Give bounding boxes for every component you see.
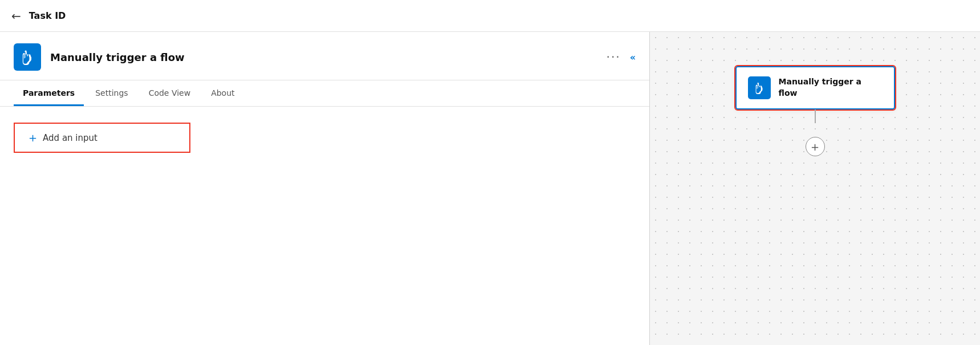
tab-parameters[interactable]: Parameters (14, 80, 84, 106)
collapse-button[interactable]: « (630, 52, 636, 63)
trigger-actions: ··· « (607, 51, 636, 63)
trigger-icon-box (14, 43, 41, 71)
tab-content-parameters: + Add an input (0, 107, 649, 345)
add-input-button[interactable]: + Add an input (14, 123, 190, 153)
main-content: Manually trigger a flow ··· « Parameters… (0, 32, 980, 345)
trigger-hand-icon (19, 49, 35, 65)
node-connector (815, 109, 816, 123)
trigger-header: Manually trigger a flow ··· « (0, 32, 649, 80)
canvas-node-title: Manually trigger a flow (779, 76, 883, 99)
add-input-label: Add an input (43, 133, 97, 143)
tab-settings[interactable]: Settings (86, 80, 137, 106)
right-panel-canvas: Manually trigger a flow + (650, 32, 980, 345)
page-title: Task ID (29, 10, 66, 21)
tab-code-view[interactable]: Code View (140, 80, 200, 106)
canvas-node-icon-box (748, 76, 771, 99)
add-node-plus-icon: + (811, 141, 819, 153)
left-panel: Manually trigger a flow ··· « Parameters… (0, 32, 650, 345)
more-options-button[interactable]: ··· (607, 51, 621, 63)
header: ← Task ID (0, 0, 980, 32)
trigger-title: Manually trigger a flow (50, 51, 607, 63)
back-arrow-icon: ← (11, 9, 21, 23)
add-node-button[interactable]: + (806, 137, 825, 156)
back-button[interactable]: ← (11, 9, 21, 23)
tab-about[interactable]: About (202, 80, 243, 106)
plus-icon: + (29, 132, 37, 144)
canvas-trigger-node[interactable]: Manually trigger a flow (735, 66, 895, 109)
tabs-bar: Parameters Settings Code View About (0, 80, 649, 107)
canvas-trigger-hand-icon (753, 82, 766, 94)
